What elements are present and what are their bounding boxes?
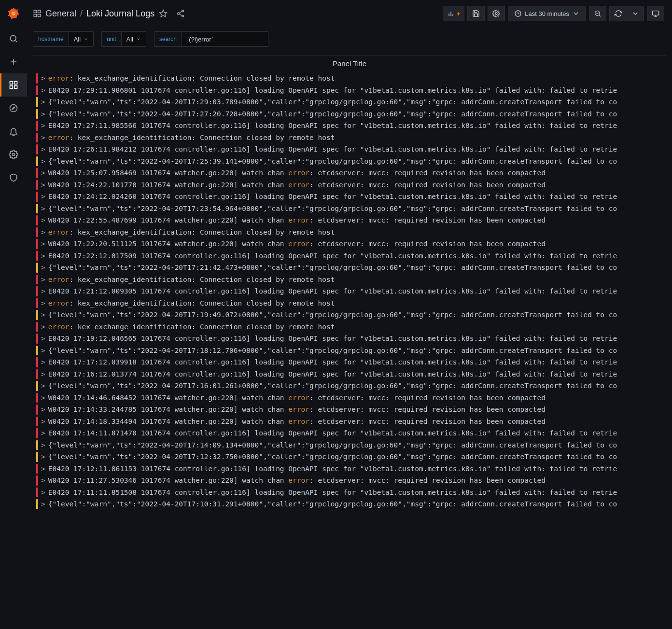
breadcrumb-folder[interactable]: General bbox=[45, 9, 76, 19]
expand-caret[interactable]: > bbox=[41, 463, 45, 475]
log-row[interactable]: >W0420 17:22:55.487699 1017674 watcher.g… bbox=[36, 214, 665, 226]
log-row[interactable]: >{"level":"warn","ts":"2022-04-20T17:14:… bbox=[36, 439, 665, 451]
log-row[interactable]: >W0420 17:14:18.334494 1017674 watcher.g… bbox=[36, 416, 665, 428]
log-row[interactable]: >{"level":"warn","ts":"2022-04-20T17:27:… bbox=[36, 108, 665, 120]
log-row[interactable]: >E0420 17:19:12.046565 1017674 controlle… bbox=[36, 333, 665, 345]
log-row[interactable]: >E0420 17:24:12.024260 1017674 controlle… bbox=[36, 191, 665, 203]
nav-create[interactable] bbox=[0, 50, 27, 73]
expand-caret[interactable]: > bbox=[41, 143, 45, 155]
log-row[interactable]: >error: kex_exchange_identification: Con… bbox=[36, 297, 665, 309]
expand-caret[interactable]: > bbox=[41, 155, 45, 168]
log-row[interactable]: >E0420 17:21:12.009305 1017674 controlle… bbox=[36, 285, 665, 297]
log-row[interactable]: >{"level":"warn","ts":"2022-04-20T17:10:… bbox=[36, 498, 665, 510]
log-row[interactable]: >{"level":"warn","ts":"2022-04-20T17:23:… bbox=[36, 203, 665, 215]
var-unit-value[interactable]: All bbox=[121, 31, 146, 47]
save-button[interactable] bbox=[467, 6, 485, 21]
log-row[interactable]: >{"level":"warn","ts":"2022-04-20T17:19:… bbox=[36, 309, 665, 321]
time-picker[interactable]: Last 30 minutes bbox=[508, 6, 586, 21]
expand-caret[interactable]: > bbox=[41, 368, 45, 380]
log-row[interactable]: >E0420 17:29:11.986801 1017674 controlle… bbox=[36, 84, 665, 97]
log-message: W0420 17:14:33.244785 1017674 watcher.go… bbox=[48, 404, 546, 416]
panel-title[interactable]: Panel Title bbox=[33, 56, 666, 72]
expand-caret[interactable]: > bbox=[41, 297, 45, 309]
log-row[interactable]: >{"level":"warn","ts":"2022-04-20T17:16:… bbox=[36, 380, 665, 392]
view-mode-button[interactable] bbox=[647, 6, 664, 21]
expand-caret[interactable]: > bbox=[41, 345, 45, 357]
page-title[interactable]: Loki Journal Logs bbox=[86, 9, 154, 19]
expand-caret[interactable]: > bbox=[41, 309, 45, 321]
log-row[interactable]: >W0420 17:14:46.648452 1017674 watcher.g… bbox=[36, 392, 665, 404]
favorite-button[interactable] bbox=[154, 6, 172, 21]
log-row[interactable]: >{"level":"warn","ts":"2022-04-20T17:25:… bbox=[36, 155, 665, 168]
log-row[interactable]: >W0420 17:24:22.101770 1017674 watcher.g… bbox=[36, 179, 665, 191]
nav-alerts[interactable] bbox=[0, 120, 27, 143]
log-row[interactable]: >E0420 17:27:11.985566 1017674 controlle… bbox=[36, 120, 665, 132]
expand-caret[interactable]: > bbox=[41, 203, 45, 215]
expand-caret[interactable]: > bbox=[41, 427, 45, 439]
log-row[interactable]: >error: kex_exchange_identification: Con… bbox=[36, 72, 665, 84]
expand-caret[interactable]: > bbox=[41, 416, 45, 428]
log-row[interactable]: >W0420 17:11:27.530346 1017674 watcher.g… bbox=[36, 475, 665, 487]
expand-caret[interactable]: > bbox=[41, 498, 45, 510]
log-row[interactable]: >{"level":"warn","ts":"2022-04-20T17:29:… bbox=[36, 96, 665, 108]
nav-search[interactable] bbox=[0, 27, 27, 50]
log-row[interactable]: >W0420 17:14:33.244785 1017674 watcher.g… bbox=[36, 404, 665, 416]
log-row[interactable]: >E0420 17:16:12.013774 1017674 controlle… bbox=[36, 368, 665, 380]
log-row[interactable]: >error: kex_exchange_identification: Con… bbox=[36, 226, 665, 238]
log-row[interactable]: >error: kex_exchange_identification: Con… bbox=[36, 274, 665, 286]
expand-caret[interactable]: > bbox=[41, 451, 45, 463]
expand-caret[interactable]: > bbox=[41, 214, 45, 226]
expand-caret[interactable]: > bbox=[41, 274, 45, 286]
log-row[interactable]: >W0420 17:25:07.958469 1017674 watcher.g… bbox=[36, 167, 665, 179]
expand-caret[interactable]: > bbox=[41, 72, 45, 84]
var-search-input[interactable]: `(?i)error` bbox=[182, 31, 268, 47]
expand-caret[interactable]: > bbox=[41, 321, 45, 333]
expand-caret[interactable]: > bbox=[41, 487, 45, 499]
expand-caret[interactable]: > bbox=[41, 191, 45, 203]
expand-caret[interactable]: > bbox=[41, 285, 45, 297]
log-row[interactable]: >E0420 17:11:11.851508 1017674 controlle… bbox=[36, 487, 665, 499]
settings-button[interactable] bbox=[488, 6, 505, 21]
expand-caret[interactable]: > bbox=[41, 108, 45, 120]
log-row[interactable]: >{"level":"warn","ts":"2022-04-20T17:21:… bbox=[36, 262, 665, 274]
expand-caret[interactable]: > bbox=[41, 179, 45, 191]
expand-caret[interactable]: > bbox=[41, 238, 45, 250]
share-button[interactable] bbox=[172, 6, 189, 21]
expand-caret[interactable]: > bbox=[41, 380, 45, 392]
expand-caret[interactable]: > bbox=[41, 167, 45, 179]
refresh-interval-picker[interactable] bbox=[627, 6, 644, 21]
log-row[interactable]: >error: kex_exchange_identification: Con… bbox=[36, 321, 665, 333]
log-row[interactable]: >E0420 17:22:12.017509 1017674 controlle… bbox=[36, 250, 665, 262]
expand-caret[interactable]: > bbox=[41, 333, 45, 345]
expand-caret[interactable]: > bbox=[41, 96, 45, 108]
nav-admin[interactable] bbox=[0, 166, 27, 189]
log-row[interactable]: >E0420 17:17:12.039918 1017674 controlle… bbox=[36, 356, 665, 368]
log-row[interactable]: >W0420 17:22:20.511125 1017674 watcher.g… bbox=[36, 238, 665, 250]
expand-caret[interactable]: > bbox=[41, 356, 45, 368]
grafana-logo[interactable] bbox=[0, 0, 27, 27]
nav-dashboards[interactable] bbox=[0, 73, 27, 97]
log-row[interactable]: >{"level":"warn","ts":"2022-04-20T17:12:… bbox=[36, 451, 665, 463]
expand-caret[interactable]: > bbox=[41, 120, 45, 132]
nav-explore[interactable] bbox=[0, 97, 27, 120]
log-row[interactable]: >E0420 17:26:11.984212 1017674 controlle… bbox=[36, 143, 665, 155]
log-row[interactable]: >error: kex_exchange_identification: Con… bbox=[36, 132, 665, 144]
log-row[interactable]: >{"level":"warn","ts":"2022-04-20T17:18:… bbox=[36, 345, 665, 357]
add-panel-button[interactable]: + bbox=[443, 6, 465, 21]
expand-caret[interactable]: > bbox=[41, 132, 45, 144]
log-row[interactable]: >E0420 17:12:11.861153 1017674 controlle… bbox=[36, 463, 665, 475]
dashboards-icon[interactable] bbox=[33, 9, 42, 18]
expand-caret[interactable]: > bbox=[41, 392, 45, 404]
expand-caret[interactable]: > bbox=[41, 439, 45, 451]
expand-caret[interactable]: > bbox=[41, 226, 45, 238]
expand-caret[interactable]: > bbox=[41, 262, 45, 274]
expand-caret[interactable]: > bbox=[41, 475, 45, 487]
expand-caret[interactable]: > bbox=[41, 250, 45, 262]
var-hostname-value[interactable]: All bbox=[69, 31, 94, 47]
expand-caret[interactable]: > bbox=[41, 404, 45, 416]
log-row[interactable]: >E0420 17:14:11.871470 1017674 controlle… bbox=[36, 427, 665, 439]
expand-caret[interactable]: > bbox=[41, 84, 45, 97]
nav-config[interactable] bbox=[0, 143, 27, 166]
zoom-out-button[interactable] bbox=[589, 6, 606, 21]
refresh-button[interactable] bbox=[609, 6, 627, 21]
